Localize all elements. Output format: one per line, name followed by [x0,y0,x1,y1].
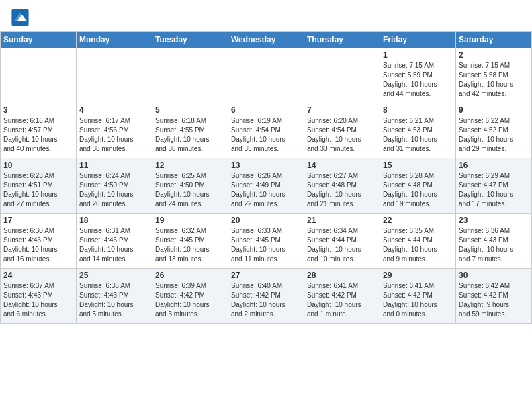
calendar-cell: 15Sunrise: 6:28 AM Sunset: 4:48 PM Dayli… [380,158,456,214]
calendar-cell [152,48,228,103]
day-number: 21 [307,216,377,225]
day-number: 28 [307,271,377,280]
day-number: 26 [155,271,225,280]
day-number: 30 [459,271,529,280]
calendar-cell: 3Sunrise: 6:16 AM Sunset: 4:57 PM Daylig… [1,103,77,158]
day-number: 17 [3,216,73,225]
day-number: 16 [459,161,529,170]
weekday-header-wednesday: Wednesday [228,32,304,48]
day-info: Sunrise: 6:22 AM Sunset: 4:52 PM Dayligh… [459,116,529,154]
calendar-cell [1,48,77,103]
day-info: Sunrise: 6:38 AM Sunset: 4:43 PM Dayligh… [79,281,149,319]
day-info: Sunrise: 6:36 AM Sunset: 4:43 PM Dayligh… [459,226,529,264]
calendar-cell: 1Sunrise: 7:15 AM Sunset: 5:59 PM Daylig… [380,48,456,103]
calendar-cell: 13Sunrise: 6:26 AM Sunset: 4:49 PM Dayli… [228,158,304,214]
calendar-header-row: SundayMondayTuesdayWednesdayThursdayFrid… [1,32,532,48]
weekday-header-saturday: Saturday [456,32,532,48]
day-number: 20 [231,216,301,225]
calendar-cell: 10Sunrise: 6:23 AM Sunset: 4:51 PM Dayli… [1,158,77,214]
day-number: 22 [383,216,453,225]
day-info: Sunrise: 6:34 AM Sunset: 4:44 PM Dayligh… [307,226,377,264]
day-info: Sunrise: 6:27 AM Sunset: 4:48 PM Dayligh… [307,171,377,209]
calendar-cell: 5Sunrise: 6:18 AM Sunset: 4:55 PM Daylig… [152,103,228,158]
day-info: Sunrise: 6:17 AM Sunset: 4:56 PM Dayligh… [79,116,149,154]
day-info: Sunrise: 6:37 AM Sunset: 4:43 PM Dayligh… [3,281,73,319]
day-number: 24 [3,271,73,280]
calendar-cell: 30Sunrise: 6:42 AM Sunset: 4:42 PM Dayli… [456,269,532,324]
day-number: 1 [383,50,453,60]
day-info: Sunrise: 7:15 AM Sunset: 5:58 PM Dayligh… [459,61,529,99]
calendar-week-3: 10Sunrise: 6:23 AM Sunset: 4:51 PM Dayli… [1,158,532,214]
day-info: Sunrise: 6:23 AM Sunset: 4:51 PM Dayligh… [3,171,73,209]
day-number: 7 [307,105,377,115]
calendar-cell: 26Sunrise: 6:39 AM Sunset: 4:42 PM Dayli… [152,269,228,324]
page-header [0,0,532,31]
calendar-week-2: 3Sunrise: 6:16 AM Sunset: 4:57 PM Daylig… [1,103,532,158]
day-info: Sunrise: 6:16 AM Sunset: 4:57 PM Dayligh… [3,116,73,154]
day-number: 14 [307,161,377,170]
calendar-week-4: 17Sunrise: 6:30 AM Sunset: 4:46 PM Dayli… [1,214,532,269]
calendar-cell: 19Sunrise: 6:32 AM Sunset: 4:45 PM Dayli… [152,214,228,269]
calendar-cell: 28Sunrise: 6:41 AM Sunset: 4:42 PM Dayli… [304,269,380,324]
day-number: 27 [231,271,301,280]
calendar-cell: 11Sunrise: 6:24 AM Sunset: 4:50 PM Dayli… [77,158,152,214]
calendar-cell: 4Sunrise: 6:17 AM Sunset: 4:56 PM Daylig… [77,103,152,158]
day-number: 13 [231,161,301,170]
calendar-cell: 27Sunrise: 6:40 AM Sunset: 4:42 PM Dayli… [228,269,304,324]
day-info: Sunrise: 6:19 AM Sunset: 4:54 PM Dayligh… [231,116,301,154]
calendar-cell: 21Sunrise: 6:34 AM Sunset: 4:44 PM Dayli… [304,214,380,269]
calendar-week-5: 24Sunrise: 6:37 AM Sunset: 4:43 PM Dayli… [1,269,532,324]
day-info: Sunrise: 6:26 AM Sunset: 4:49 PM Dayligh… [231,171,301,209]
day-number: 11 [79,161,149,170]
calendar-cell: 14Sunrise: 6:27 AM Sunset: 4:48 PM Dayli… [304,158,380,214]
weekday-header-tuesday: Tuesday [152,32,228,48]
day-info: Sunrise: 6:42 AM Sunset: 4:42 PM Dayligh… [459,281,529,319]
day-number: 3 [3,105,73,115]
day-info: Sunrise: 6:30 AM Sunset: 4:46 PM Dayligh… [3,226,73,264]
day-number: 4 [79,105,149,115]
calendar-cell: 29Sunrise: 6:41 AM Sunset: 4:42 PM Dayli… [380,269,456,324]
day-number: 15 [383,161,453,170]
day-info: Sunrise: 6:32 AM Sunset: 4:45 PM Dayligh… [155,226,225,264]
calendar: SundayMondayTuesdayWednesdayThursdayFrid… [0,31,532,324]
day-number: 12 [155,161,225,170]
day-number: 25 [79,271,149,280]
calendar-cell: 9Sunrise: 6:22 AM Sunset: 4:52 PM Daylig… [456,103,532,158]
day-number: 18 [79,216,149,225]
calendar-cell: 7Sunrise: 6:20 AM Sunset: 4:54 PM Daylig… [304,103,380,158]
weekday-header-sunday: Sunday [1,32,77,48]
day-info: Sunrise: 6:40 AM Sunset: 4:42 PM Dayligh… [231,281,301,319]
weekday-header-thursday: Thursday [304,32,380,48]
day-info: Sunrise: 6:29 AM Sunset: 4:47 PM Dayligh… [459,171,529,209]
calendar-cell: 18Sunrise: 6:31 AM Sunset: 4:46 PM Dayli… [77,214,152,269]
calendar-cell: 2Sunrise: 7:15 AM Sunset: 5:58 PM Daylig… [456,48,532,103]
day-info: Sunrise: 6:25 AM Sunset: 4:50 PM Dayligh… [155,171,225,209]
calendar-cell [304,48,380,103]
day-number: 29 [383,271,453,280]
day-number: 19 [155,216,225,225]
calendar-cell: 24Sunrise: 6:37 AM Sunset: 4:43 PM Dayli… [1,269,77,324]
day-info: Sunrise: 6:33 AM Sunset: 4:45 PM Dayligh… [231,226,301,264]
calendar-cell: 23Sunrise: 6:36 AM Sunset: 4:43 PM Dayli… [456,214,532,269]
day-info: Sunrise: 6:20 AM Sunset: 4:54 PM Dayligh… [307,116,377,154]
calendar-cell [77,48,152,103]
day-info: Sunrise: 6:24 AM Sunset: 4:50 PM Dayligh… [79,171,149,209]
calendar-cell: 17Sunrise: 6:30 AM Sunset: 4:46 PM Dayli… [1,214,77,269]
weekday-header-monday: Monday [77,32,152,48]
day-info: Sunrise: 7:15 AM Sunset: 5:59 PM Dayligh… [383,61,453,99]
day-number: 10 [3,161,73,170]
calendar-cell [228,48,304,103]
day-info: Sunrise: 6:31 AM Sunset: 4:46 PM Dayligh… [79,226,149,264]
logo-icon [11,8,30,27]
calendar-cell: 22Sunrise: 6:35 AM Sunset: 4:44 PM Dayli… [380,214,456,269]
day-info: Sunrise: 6:39 AM Sunset: 4:42 PM Dayligh… [155,281,225,319]
day-number: 6 [231,105,301,115]
day-number: 8 [383,105,453,115]
calendar-cell: 25Sunrise: 6:38 AM Sunset: 4:43 PM Dayli… [77,269,152,324]
day-info: Sunrise: 6:28 AM Sunset: 4:48 PM Dayligh… [383,171,453,209]
logo [11,8,32,27]
calendar-week-1: 1Sunrise: 7:15 AM Sunset: 5:59 PM Daylig… [1,48,532,103]
calendar-cell: 12Sunrise: 6:25 AM Sunset: 4:50 PM Dayli… [152,158,228,214]
day-number: 23 [459,216,529,225]
day-number: 2 [459,50,529,60]
